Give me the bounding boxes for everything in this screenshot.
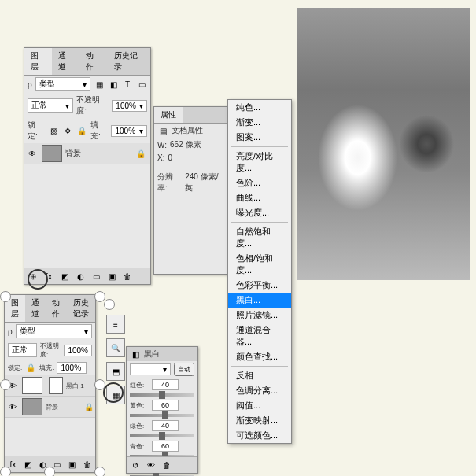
menu-pattern[interactable]: 图案...: [228, 130, 291, 145]
tab-channels-2[interactable]: 通道: [25, 295, 46, 322]
menu-levels[interactable]: 色阶...: [228, 175, 291, 190]
handle-br[interactable]: [94, 467, 105, 476]
tab-properties[interactable]: 属性: [154, 107, 183, 123]
layer-kind-dropdown-2[interactable]: 类型▾: [16, 324, 92, 338]
trash-icon[interactable]: 🗑: [122, 271, 133, 282]
menu-selective-color[interactable]: 可选颜色...: [228, 428, 291, 443]
adjustment-icon[interactable]: ◐: [75, 271, 86, 282]
delete-icon[interactable]: 🗑: [161, 459, 172, 470]
menu-solid-color[interactable]: 纯色...: [228, 100, 291, 115]
menu-color-lookup[interactable]: 颜色查找...: [228, 349, 291, 364]
bw-title: 黑白: [144, 349, 160, 360]
slider-label: 绿色:: [130, 422, 149, 430]
highlight-circle-1: [28, 269, 48, 290]
menu-curves[interactable]: 曲线...: [228, 190, 291, 205]
layer-kind-dropdown[interactable]: 类型▾: [35, 77, 90, 91]
fill-value-2[interactable]: 100%: [57, 362, 87, 374]
menu-black-white[interactable]: 黑白...: [228, 293, 291, 308]
layers-panel-1: 图层 通道 动作 历史记录 ρ 类型▾ ▦ ◧ T ▭ 正常▾ 不透明度: 10…: [24, 47, 151, 285]
filter-icon-3[interactable]: T: [122, 79, 133, 90]
mask-icon[interactable]: ◩: [59, 271, 70, 282]
properties-panel: 属性 ▤文档属性 W:662 像素 X:0 分辨率:240 像素/英: [153, 106, 228, 275]
layer-thumb-2: [22, 398, 42, 415]
menu-vibrance[interactable]: 自然饱和度...: [228, 224, 291, 251]
tab-actions[interactable]: 动作: [79, 48, 107, 75]
slider-value[interactable]: 40: [152, 420, 179, 431]
auto-button[interactable]: 自动: [174, 363, 194, 376]
filter-icon-4[interactable]: ▭: [136, 79, 147, 90]
handle-bl[interactable]: [0, 467, 11, 476]
tab-channels[interactable]: 通道: [52, 48, 79, 75]
adjustment-menu: 纯色... 渐变... 图案... 亮度/对比度... 色阶... 曲线... …: [227, 99, 292, 444]
handle-ml[interactable]: [0, 379, 11, 390]
filter-icon-2[interactable]: ◧: [108, 79, 119, 90]
menu-photo-filter[interactable]: 照片滤镜...: [228, 308, 291, 323]
handle-bm[interactable]: [44, 467, 55, 476]
menu-posterize[interactable]: 色调分离...: [228, 383, 291, 398]
tab-history[interactable]: 历史记录: [108, 48, 150, 75]
slider-track[interactable]: [130, 393, 194, 397]
opacity-label: 不透明度:: [76, 94, 109, 116]
trash-icon-2[interactable]: 🗑: [82, 459, 92, 470]
layer-name-bg-2: 背景: [46, 403, 58, 411]
slider-value[interactable]: 60: [152, 441, 179, 452]
res-value: 240 像素/英: [185, 172, 224, 194]
layer-item-bg-2[interactable]: 👁 背景 🔒: [5, 397, 95, 418]
slider-row: 红色:40: [127, 378, 197, 392]
slider-value[interactable]: 40: [152, 379, 179, 390]
slider-row: 青色:60: [127, 439, 197, 453]
slider-track[interactable]: [130, 434, 194, 437]
opacity-value[interactable]: 100%▾: [112, 100, 147, 112]
tool-text-icon[interactable]: ≡: [106, 315, 125, 334]
menu-hue-sat[interactable]: 色相/饱和度...: [228, 251, 291, 278]
slider-track[interactable]: [130, 414, 194, 417]
tool-crop-icon[interactable]: ⬒: [106, 362, 125, 381]
slider-row: 绿色:40: [127, 419, 197, 433]
menu-gradient-map[interactable]: 渐变映射...: [228, 413, 291, 428]
lock-icon-2[interactable]: 🔒: [25, 363, 36, 374]
x-value: 0: [168, 153, 172, 162]
menu-color-balance[interactable]: 色彩平衡...: [228, 278, 291, 293]
handle-tl[interactable]: [0, 291, 11, 302]
layer-item-bw[interactable]: 👁 黑白 1: [5, 375, 95, 397]
tab-layers[interactable]: 图层: [24, 48, 52, 75]
blend-mode-dropdown-2[interactable]: 正常: [8, 343, 37, 357]
lock-pos-icon[interactable]: ✥: [62, 125, 73, 136]
bw-preset-dropdown[interactable]: ▾: [130, 363, 171, 375]
folder-icon[interactable]: ▭: [90, 271, 101, 282]
slider-label: 黄色:: [130, 401, 149, 410]
fill-value[interactable]: 100%▾: [111, 125, 147, 137]
slider-value[interactable]: 60: [152, 400, 179, 411]
menu-gradient[interactable]: 渐变...: [228, 115, 291, 130]
new-icon-2[interactable]: ▣: [67, 459, 77, 470]
bw-footer: ↺ 👁 🗑: [127, 456, 197, 473]
eye-toggle-icon[interactable]: 👁: [146, 459, 157, 470]
menu-channel-mixer[interactable]: 通道混合器...: [228, 323, 291, 349]
handle-extra[interactable]: [104, 299, 115, 310]
lock-label: 锁定:: [28, 120, 46, 142]
tab-row-2: 图层 通道 动作 历史记录: [5, 295, 95, 323]
menu-brightness[interactable]: 亮度/对比度...: [228, 149, 291, 175]
tab-history-2[interactable]: 历史记录: [67, 295, 95, 322]
handle-tr[interactable]: [94, 291, 105, 302]
tab-actions-2[interactable]: 动作: [46, 295, 66, 322]
filter-icon[interactable]: ▦: [94, 79, 105, 90]
layer-name: 背景: [65, 148, 81, 159]
bw-properties-panel: ◧黑白 ▾自动 红色:40黄色:60绿色:40青色:60蓝色:20 ↺ 👁 🗑: [126, 346, 198, 474]
eye-icon[interactable]: 👁: [26, 147, 39, 160]
doc-icon: ▤: [157, 125, 168, 136]
tool-zoom-icon[interactable]: 🔍: [106, 338, 125, 357]
new-layer-icon[interactable]: ▣: [106, 271, 117, 282]
reset-icon[interactable]: ↺: [130, 459, 141, 470]
menu-exposure[interactable]: 曝光度...: [228, 205, 291, 220]
opacity-value-2[interactable]: 100%: [64, 345, 92, 356]
eye-icon-3[interactable]: 👁: [6, 400, 19, 413]
lock-all-icon[interactable]: 🔒: [76, 125, 87, 136]
menu-invert[interactable]: 反相: [228, 368, 291, 383]
mask-icon-2[interactable]: ◩: [23, 459, 33, 470]
lock-pixels-icon[interactable]: ▨: [49, 125, 60, 136]
menu-threshold[interactable]: 阈值...: [228, 398, 291, 413]
highlight-circle-2: [103, 382, 124, 403]
blend-mode-dropdown[interactable]: 正常▾: [28, 98, 73, 113]
layer-item-bg[interactable]: 👁 背景 🔒: [24, 143, 150, 164]
